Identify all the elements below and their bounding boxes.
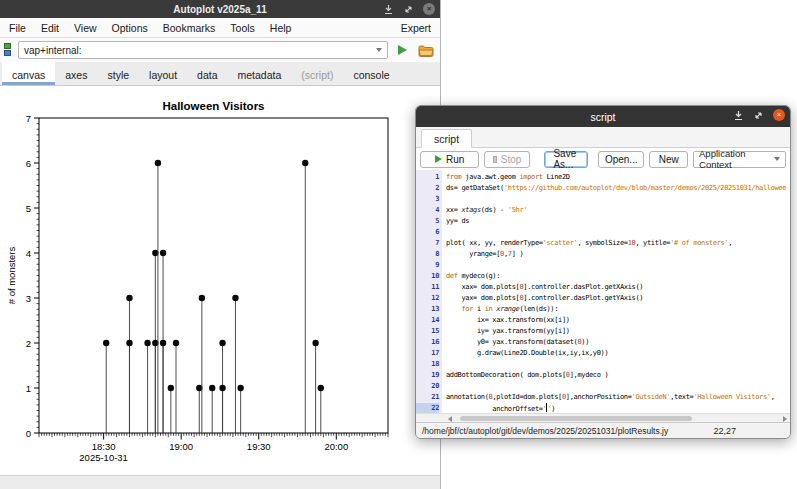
tab-script[interactable]: (script) — [291, 62, 343, 85]
menu-item-help[interactable]: Help — [270, 22, 292, 34]
uri-type-icon — [4, 43, 13, 57]
code-line[interactable]: plot( xx, yy, renderType='scatter', symb… — [446, 238, 790, 249]
menu-item-tools[interactable]: Tools — [230, 22, 255, 34]
uri-input[interactable]: vap+internal: — [18, 41, 388, 59]
menu-item-edit[interactable]: Edit — [41, 22, 59, 34]
autoplot-main-window: Autoplot v2025a_11 × FileEditViewOptions… — [0, 0, 441, 489]
tab-script[interactable]: script — [421, 129, 472, 148]
main-window-title: Autoplot v2025a_11 — [173, 4, 266, 15]
code-line[interactable] — [446, 194, 790, 205]
line-number: 3 — [416, 194, 439, 205]
scroll-left-icon[interactable] — [448, 416, 452, 422]
code-line[interactable]: ds= getDataSet('https://github.com/autop… — [446, 183, 790, 194]
data-point — [318, 385, 324, 391]
plot-canvas[interactable]: Halloween Visitors0123456718:3019:0019:3… — [0, 86, 440, 475]
code-line[interactable]: def mydeco(g): — [446, 271, 790, 282]
data-point — [168, 385, 174, 391]
code-line[interactable]: anchorOffset='') — [446, 403, 790, 413]
script-window-title: script — [590, 111, 615, 123]
data-point — [155, 160, 161, 166]
save-as-button[interactable]: Save As... — [544, 151, 588, 168]
menu-item-options[interactable]: Options — [112, 22, 148, 34]
x-tick-label: 20:00 — [324, 441, 348, 452]
code-line[interactable]: ix= xax.transform(xx[i]) — [446, 315, 790, 326]
application-context-select[interactable]: Application Context — [693, 151, 786, 168]
data-point — [160, 340, 166, 346]
line-number: 1 — [416, 172, 439, 183]
open-folder-button[interactable] — [416, 40, 436, 60]
data-point — [173, 340, 179, 346]
tab-metadata[interactable]: metadata — [228, 62, 292, 85]
code-editor[interactable]: 12345678910111213141516171819202122 from… — [416, 170, 790, 413]
menu-item-file[interactable]: File — [9, 22, 26, 34]
tab-axes[interactable]: axes — [55, 62, 97, 85]
main-titlebar[interactable]: Autoplot v2025a_11 × — [0, 0, 440, 18]
code-line[interactable] — [446, 381, 790, 392]
open-button[interactable]: Open... — [598, 151, 644, 168]
menu-item-view[interactable]: View — [74, 22, 97, 34]
x-tick-label: 19:30 — [247, 441, 271, 452]
tab-layout[interactable]: layout — [139, 62, 187, 85]
stop-button[interactable]: Stop — [484, 151, 530, 168]
address-row: vap+internal: — [0, 38, 440, 62]
data-point — [302, 160, 308, 166]
chevron-down-icon[interactable] — [376, 48, 382, 52]
code-line[interactable] — [446, 359, 790, 370]
close-icon[interactable]: × — [423, 3, 435, 15]
new-button[interactable]: New — [649, 151, 688, 168]
code-line[interactable]: annotation(0,plotId=dom.plots[0],anchorP… — [446, 392, 790, 403]
x-axis-date-label: 2025-10-31 — [79, 452, 128, 463]
code-line[interactable]: for i in xrange(len(ds)): — [446, 304, 790, 315]
data-point — [144, 340, 150, 346]
script-editor-window: script × script Run Stop Save As... Open… — [415, 105, 791, 439]
code-line[interactable]: addBottomDecoration( dom.plots[0],mydeco… — [446, 370, 790, 381]
scroll-right-icon[interactable] — [783, 416, 787, 422]
stop-icon — [493, 156, 496, 163]
minimize-icon[interactable] — [383, 4, 394, 15]
code-line[interactable]: y0= yax.transform(dataset(0)) — [446, 337, 790, 348]
maximize-icon[interactable] — [753, 110, 764, 121]
code-line[interactable]: g.draw(Line2D.Double(ix,iy,ix,y0)) — [446, 348, 790, 359]
code-line[interactable]: iy= yax.transform(yy[i]) — [446, 326, 790, 337]
close-icon[interactable]: × — [773, 109, 785, 121]
code-text[interactable]: from java.awt.geom import Line2Dds= getD… — [442, 170, 790, 413]
code-line[interactable]: yax= dom.plots[0].controller.dasPlot.get… — [446, 293, 790, 304]
code-line[interactable]: yrange=[0,7] ) — [446, 249, 790, 260]
chart-title: Halloween Visitors — [162, 100, 264, 112]
maximize-icon[interactable] — [403, 4, 414, 15]
scrollbar-thumb[interactable] — [460, 416, 692, 421]
code-line[interactable]: xax= dom.plots[0].controller.dasPlot.get… — [446, 282, 790, 293]
menu-item-bookmarks[interactable]: Bookmarks — [163, 22, 216, 34]
horizontal-scrollbar[interactable] — [416, 413, 790, 422]
line-number: 10 — [416, 271, 439, 282]
go-play-button[interactable] — [392, 40, 412, 60]
data-point — [103, 340, 109, 346]
run-button[interactable]: Run — [420, 151, 479, 168]
tab-console[interactable]: console — [343, 62, 399, 85]
code-line[interactable]: xx= xtags(ds) - '5hr' — [446, 205, 790, 216]
data-point — [219, 340, 225, 346]
tab-canvas[interactable]: canvas — [2, 62, 55, 85]
script-status-bar: /home/jbf/ct/autoplot/git/dev/demos/2025… — [416, 422, 790, 438]
data-point — [232, 295, 238, 301]
line-number: 17 — [416, 348, 439, 359]
code-line[interactable] — [446, 260, 790, 271]
minimize-icon[interactable] — [733, 110, 744, 121]
y-axis-label: # of monsters — [6, 246, 17, 304]
code-line[interactable]: from java.awt.geom import Line2D — [446, 172, 790, 183]
expert-mode-label[interactable]: Expert — [401, 22, 431, 34]
line-number: 13 — [416, 304, 439, 315]
script-titlebar[interactable]: script × — [416, 106, 790, 127]
script-tab-bar: script — [416, 127, 790, 148]
code-line[interactable] — [446, 227, 790, 238]
line-number: 4 — [416, 205, 439, 216]
y-tick-label: 1 — [26, 383, 31, 394]
plot-svg[interactable]: Halloween Visitors0123456718:3019:0019:3… — [0, 86, 440, 475]
menu-bar: FileEditViewOptionsBookmarksToolsHelp Ex… — [0, 18, 440, 38]
x-tick-label: 19:00 — [169, 441, 193, 452]
line-number: 6 — [416, 227, 439, 238]
tab-style[interactable]: style — [97, 62, 139, 85]
tab-data[interactable]: data — [187, 62, 227, 85]
code-line[interactable]: yy= ds — [446, 216, 790, 227]
file-path: /home/jbf/ct/autoplot/git/dev/demos/2025… — [422, 426, 668, 436]
